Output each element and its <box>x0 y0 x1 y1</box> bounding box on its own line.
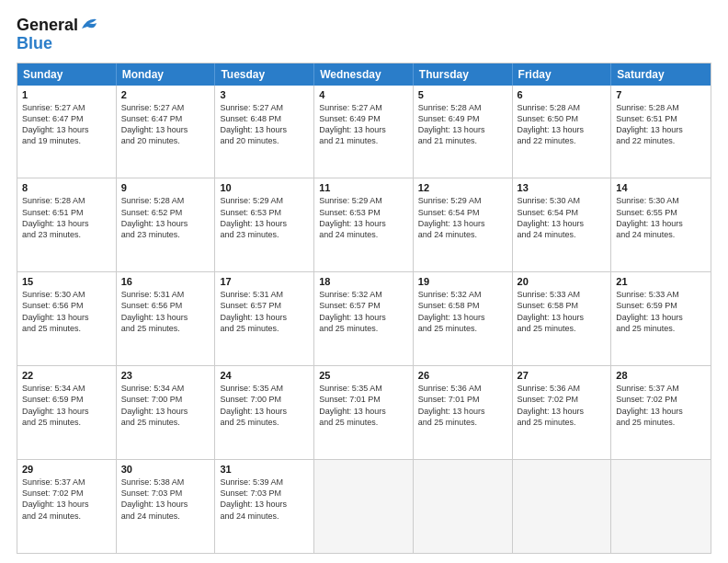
calendar-row: 29Sunrise: 5:37 AM Sunset: 7:02 PM Dayli… <box>17 459 711 553</box>
calendar-header: SundayMondayTuesdayWednesdayThursdayFrid… <box>17 63 711 86</box>
day-info: Sunrise: 5:29 AM Sunset: 6:53 PM Dayligh… <box>220 195 309 240</box>
day-number: 30 <box>121 464 210 475</box>
day-info: Sunrise: 5:29 AM Sunset: 6:54 PM Dayligh… <box>418 195 507 240</box>
day-number: 12 <box>418 182 507 193</box>
day-info: Sunrise: 5:28 AM Sunset: 6:51 PM Dayligh… <box>616 102 706 147</box>
calendar-cell: 17Sunrise: 5:31 AM Sunset: 6:57 PM Dayli… <box>215 272 314 365</box>
calendar-cell: 25Sunrise: 5:35 AM Sunset: 7:01 PM Dayli… <box>314 366 414 459</box>
day-info: Sunrise: 5:37 AM Sunset: 7:02 PM Dayligh… <box>22 477 111 522</box>
day-info: Sunrise: 5:36 AM Sunset: 7:01 PM Dayligh… <box>418 383 507 428</box>
calendar-cell: 20Sunrise: 5:33 AM Sunset: 6:58 PM Dayli… <box>513 272 612 365</box>
calendar-row: 8Sunrise: 5:28 AM Sunset: 6:51 PM Daylig… <box>17 178 711 271</box>
calendar-cell: 22Sunrise: 5:34 AM Sunset: 6:59 PM Dayli… <box>17 366 117 459</box>
day-of-week-header: Wednesday <box>314 63 414 86</box>
day-of-week-header: Friday <box>513 63 612 86</box>
day-info: Sunrise: 5:27 AM Sunset: 6:48 PM Dayligh… <box>220 102 309 147</box>
day-of-week-header: Sunday <box>17 63 117 86</box>
day-number: 19 <box>418 276 507 287</box>
day-number: 24 <box>220 370 309 381</box>
calendar-cell: 29Sunrise: 5:37 AM Sunset: 7:02 PM Dayli… <box>17 460 117 553</box>
day-info: Sunrise: 5:35 AM Sunset: 7:00 PM Dayligh… <box>220 383 309 428</box>
day-number: 21 <box>616 276 706 287</box>
day-number: 27 <box>518 370 607 381</box>
day-number: 10 <box>220 182 309 193</box>
day-number: 2 <box>121 89 210 100</box>
day-info: Sunrise: 5:28 AM Sunset: 6:51 PM Dayligh… <box>22 195 111 240</box>
day-number: 25 <box>319 370 408 381</box>
logo-text-general: General <box>17 17 78 35</box>
day-number: 17 <box>220 276 309 287</box>
calendar-cell: 21Sunrise: 5:33 AM Sunset: 6:59 PM Dayli… <box>611 272 711 365</box>
calendar-cell <box>414 460 513 553</box>
calendar-cell: 4Sunrise: 5:27 AM Sunset: 6:49 PM Daylig… <box>314 86 414 178</box>
calendar-cell: 12Sunrise: 5:29 AM Sunset: 6:54 PM Dayli… <box>414 178 513 271</box>
day-number: 3 <box>220 89 309 100</box>
day-info: Sunrise: 5:36 AM Sunset: 7:02 PM Dayligh… <box>518 383 607 428</box>
calendar-cell <box>611 460 711 553</box>
day-number: 9 <box>121 182 210 193</box>
calendar-cell: 30Sunrise: 5:38 AM Sunset: 7:03 PM Dayli… <box>117 460 216 553</box>
logo: General Blue <box>17 17 100 53</box>
day-number: 23 <box>121 370 210 381</box>
logo-text-blue: Blue <box>17 35 52 53</box>
day-info: Sunrise: 5:27 AM Sunset: 6:49 PM Dayligh… <box>319 102 408 147</box>
day-info: Sunrise: 5:35 AM Sunset: 7:01 PM Dayligh… <box>319 383 408 428</box>
calendar-cell: 7Sunrise: 5:28 AM Sunset: 6:51 PM Daylig… <box>611 86 711 178</box>
calendar-cell <box>513 460 612 553</box>
day-info: Sunrise: 5:27 AM Sunset: 6:47 PM Dayligh… <box>121 102 210 147</box>
day-of-week-header: Monday <box>117 63 216 86</box>
day-info: Sunrise: 5:30 AM Sunset: 6:56 PM Dayligh… <box>22 289 111 334</box>
calendar-cell: 31Sunrise: 5:39 AM Sunset: 7:03 PM Dayli… <box>215 460 314 553</box>
day-number: 6 <box>518 89 607 100</box>
day-info: Sunrise: 5:28 AM Sunset: 6:50 PM Dayligh… <box>518 102 607 147</box>
day-info: Sunrise: 5:34 AM Sunset: 6:59 PM Dayligh… <box>22 383 111 428</box>
day-info: Sunrise: 5:31 AM Sunset: 6:56 PM Dayligh… <box>121 289 210 334</box>
calendar-cell: 8Sunrise: 5:28 AM Sunset: 6:51 PM Daylig… <box>17 178 117 271</box>
calendar-row: 15Sunrise: 5:30 AM Sunset: 6:56 PM Dayli… <box>17 271 711 365</box>
day-number: 14 <box>616 182 706 193</box>
calendar-cell: 1Sunrise: 5:27 AM Sunset: 6:47 PM Daylig… <box>17 86 117 178</box>
calendar-cell: 10Sunrise: 5:29 AM Sunset: 6:53 PM Dayli… <box>215 178 314 271</box>
day-info: Sunrise: 5:34 AM Sunset: 7:00 PM Dayligh… <box>121 383 210 428</box>
calendar-cell: 27Sunrise: 5:36 AM Sunset: 7:02 PM Dayli… <box>513 366 612 459</box>
logo-bird-icon <box>80 16 100 32</box>
day-number: 22 <box>22 370 111 381</box>
day-info: Sunrise: 5:30 AM Sunset: 6:54 PM Dayligh… <box>518 195 607 240</box>
day-info: Sunrise: 5:28 AM Sunset: 6:52 PM Dayligh… <box>121 195 210 240</box>
day-number: 20 <box>518 276 607 287</box>
day-info: Sunrise: 5:28 AM Sunset: 6:49 PM Dayligh… <box>418 102 507 147</box>
day-number: 4 <box>319 89 408 100</box>
calendar-body: 1Sunrise: 5:27 AM Sunset: 6:47 PM Daylig… <box>17 86 711 553</box>
day-info: Sunrise: 5:33 AM Sunset: 6:58 PM Dayligh… <box>518 289 607 334</box>
calendar-cell: 18Sunrise: 5:32 AM Sunset: 6:57 PM Dayli… <box>314 272 414 365</box>
day-info: Sunrise: 5:37 AM Sunset: 7:02 PM Dayligh… <box>616 383 706 428</box>
day-number: 11 <box>319 182 408 193</box>
page: General Blue SundayMondayTuesdayWednesda… <box>0 0 728 563</box>
calendar-cell: 9Sunrise: 5:28 AM Sunset: 6:52 PM Daylig… <box>117 178 216 271</box>
day-info: Sunrise: 5:32 AM Sunset: 6:57 PM Dayligh… <box>319 289 408 334</box>
calendar-cell: 2Sunrise: 5:27 AM Sunset: 6:47 PM Daylig… <box>117 86 216 178</box>
calendar: SundayMondayTuesdayWednesdayThursdayFrid… <box>17 63 711 554</box>
day-of-week-header: Thursday <box>414 63 513 86</box>
day-info: Sunrise: 5:30 AM Sunset: 6:55 PM Dayligh… <box>616 195 706 240</box>
day-info: Sunrise: 5:39 AM Sunset: 7:03 PM Dayligh… <box>220 477 309 522</box>
day-number: 7 <box>616 89 706 100</box>
calendar-cell: 28Sunrise: 5:37 AM Sunset: 7:02 PM Dayli… <box>611 366 711 459</box>
day-number: 31 <box>220 464 309 475</box>
day-info: Sunrise: 5:31 AM Sunset: 6:57 PM Dayligh… <box>220 289 309 334</box>
day-info: Sunrise: 5:38 AM Sunset: 7:03 PM Dayligh… <box>121 477 210 522</box>
day-number: 26 <box>418 370 507 381</box>
day-number: 18 <box>319 276 408 287</box>
day-number: 5 <box>418 89 507 100</box>
day-number: 15 <box>22 276 111 287</box>
day-number: 29 <box>22 464 111 475</box>
calendar-cell: 13Sunrise: 5:30 AM Sunset: 6:54 PM Dayli… <box>513 178 612 271</box>
calendar-cell: 3Sunrise: 5:27 AM Sunset: 6:48 PM Daylig… <box>215 86 314 178</box>
calendar-cell: 16Sunrise: 5:31 AM Sunset: 6:56 PM Dayli… <box>117 272 216 365</box>
day-info: Sunrise: 5:33 AM Sunset: 6:59 PM Dayligh… <box>616 289 706 334</box>
calendar-cell: 11Sunrise: 5:29 AM Sunset: 6:53 PM Dayli… <box>314 178 414 271</box>
day-info: Sunrise: 5:27 AM Sunset: 6:47 PM Dayligh… <box>22 102 111 147</box>
calendar-row: 1Sunrise: 5:27 AM Sunset: 6:47 PM Daylig… <box>17 86 711 178</box>
calendar-cell: 15Sunrise: 5:30 AM Sunset: 6:56 PM Dayli… <box>17 272 117 365</box>
calendar-cell: 6Sunrise: 5:28 AM Sunset: 6:50 PM Daylig… <box>513 86 612 178</box>
